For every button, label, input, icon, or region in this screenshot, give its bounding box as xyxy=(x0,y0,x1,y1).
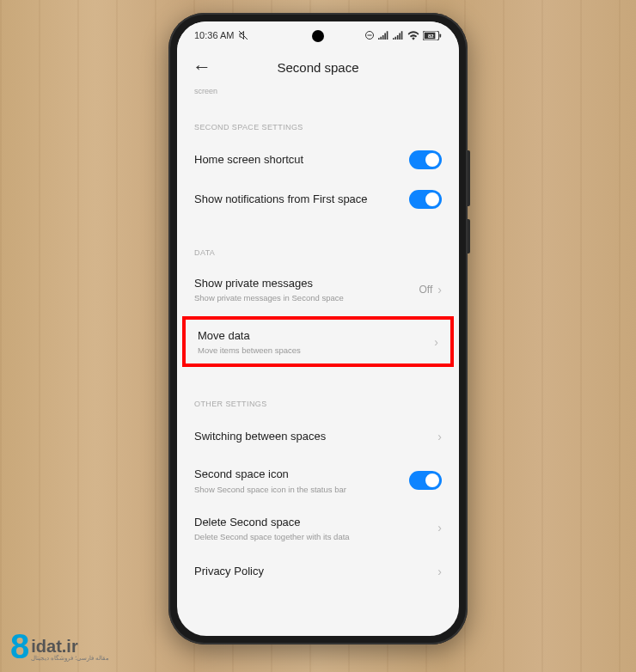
setting-title: Second space icon xyxy=(194,467,401,482)
chevron-right-icon: › xyxy=(434,335,438,349)
svg-text:82: 82 xyxy=(428,34,434,39)
signal-icon-2 xyxy=(393,31,404,40)
chevron-right-icon: › xyxy=(437,565,442,578)
svg-rect-5 xyxy=(439,34,441,37)
back-button[interactable]: ← xyxy=(193,56,211,78)
status-time: 10:36 AM xyxy=(194,30,234,40)
setting-subtitle: Show Second space icon in the status bar xyxy=(194,485,401,494)
dnd-icon xyxy=(364,30,375,40)
prev-item-remnant: screen xyxy=(177,87,459,106)
page-title: Second space xyxy=(277,60,358,75)
wifi-icon xyxy=(407,31,419,40)
app-header: ← Second space xyxy=(177,49,459,87)
setting-subtitle: Show private messages in Second space xyxy=(194,293,411,302)
setting-title: Home screen shortcut xyxy=(194,152,401,168)
setting-title: Move data xyxy=(198,328,420,344)
signal-icon-1 xyxy=(378,31,389,40)
setting-privacy-policy[interactable]: Privacy Policy › xyxy=(177,552,459,591)
settings-content: screen SECOND SPACE SETTINGS Home screen… xyxy=(177,87,459,591)
setting-title: Privacy Policy xyxy=(194,564,424,579)
section-header-data: DATA xyxy=(177,231,459,266)
battery-icon: 82 xyxy=(423,31,442,40)
watermark-domain: idat.ir xyxy=(31,638,109,655)
setting-show-notifications[interactable]: Show notifications from First space xyxy=(177,180,459,219)
watermark: 8 idat.ir مقاله فارسی؛ فروشگاه دیجیتال xyxy=(10,631,109,662)
section-header-second-space: SECOND SPACE SETTINGS xyxy=(177,106,459,140)
setting-title: Switching between spaces xyxy=(194,429,424,444)
setting-second-space-icon[interactable]: Second space icon Show Second space icon… xyxy=(177,456,459,504)
phone-screen: 10:36 AM 82 ← Second space screen SECOND… xyxy=(177,21,459,636)
mute-icon xyxy=(238,30,248,40)
setting-switching-between-spaces[interactable]: Switching between spaces › xyxy=(177,417,459,456)
toggle-home-shortcut[interactable] xyxy=(409,150,442,169)
highlight-annotation: Move data Move items between spaces › xyxy=(182,316,454,367)
section-header-other: OTHER SETTINGS xyxy=(177,382,459,417)
setting-title: Show private messages xyxy=(194,276,411,291)
camera-hole xyxy=(312,30,324,42)
setting-title: Show notifications from First space xyxy=(194,192,401,207)
watermark-tagline: مقاله فارسی؛ فروشگاه دیجیتال xyxy=(31,655,109,662)
setting-show-private-messages[interactable]: Show private messages Show private messa… xyxy=(177,266,459,313)
volume-button xyxy=(468,150,470,206)
toggle-show-notifications[interactable] xyxy=(409,190,442,209)
chevron-right-icon: › xyxy=(437,283,442,296)
chevron-right-icon: › xyxy=(437,430,442,443)
setting-subtitle: Delete Second space together with its da… xyxy=(194,532,424,541)
power-button xyxy=(468,219,470,254)
setting-home-screen-shortcut[interactable]: Home screen shortcut xyxy=(177,140,459,180)
toggle-second-space-icon[interactable] xyxy=(409,471,442,490)
setting-delete-second-space[interactable]: Delete Second space Delete Second space … xyxy=(177,504,459,552)
watermark-number: 8 xyxy=(10,631,29,662)
setting-subtitle: Move items between spaces xyxy=(198,345,420,355)
phone-frame: 10:36 AM 82 ← Second space screen SECOND… xyxy=(168,13,468,645)
chevron-right-icon: › xyxy=(437,521,442,535)
setting-value: Off xyxy=(419,284,433,296)
setting-title: Delete Second space xyxy=(194,515,424,530)
setting-move-data[interactable]: Move data Move items between spaces › xyxy=(186,320,450,363)
